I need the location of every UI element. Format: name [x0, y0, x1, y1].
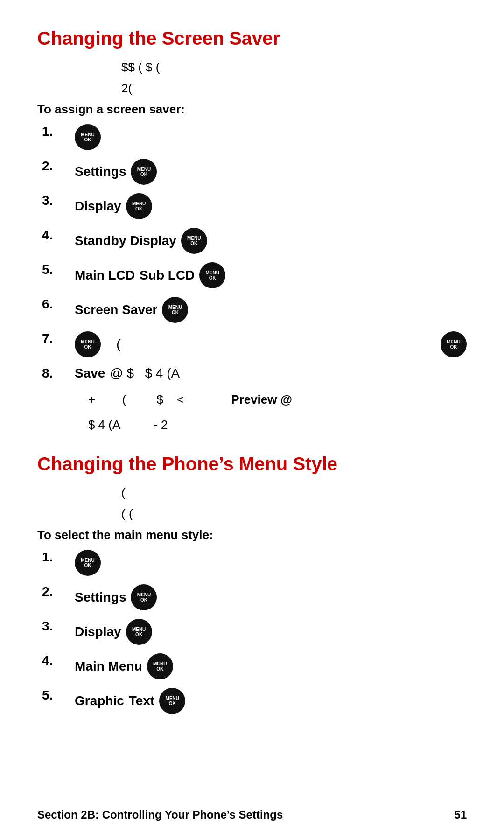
step-7-number: 7.: [37, 331, 75, 346]
step-3-content: Display MENU OK: [75, 193, 467, 219]
section2-subtitle2: ( (: [121, 505, 467, 523]
menu-ok-btn-2[interactable]: MENU OK: [131, 159, 157, 185]
menu-ok-btn-7a[interactable]: MENU OK: [75, 331, 101, 357]
step-8-text: @ $ $ 4 (A: [110, 366, 180, 381]
s2-step-2-number: 2.: [37, 584, 75, 599]
step-2-number: 2.: [37, 159, 75, 174]
step-1-number: 1.: [37, 124, 75, 139]
menu-ok-btn-3[interactable]: MENU OK: [126, 193, 152, 219]
step-5-label2: Sub LCD: [140, 268, 195, 283]
menu-ok-btn-6[interactable]: MENU OK: [162, 297, 188, 323]
s2-step-5-number: 5.: [37, 688, 75, 703]
footer-left: Section 2B: Controlling Your Phone’s Set…: [37, 808, 283, 821]
step-2-label: Settings: [75, 164, 126, 179]
s2-step-3-content: Display MENU OK: [75, 619, 467, 645]
section1-subtitle1: $$ ( $ (: [121, 58, 467, 77]
section2-instruction: To select the main menu style:: [37, 528, 467, 542]
footer-right: 51: [454, 808, 467, 821]
s2-step-5-content: Graphic Text MENU OK: [75, 688, 467, 714]
menu-ok-btn-s2-2[interactable]: MENU OK: [131, 584, 157, 610]
menu-ok-btn-7b[interactable]: MENU OK: [441, 331, 467, 357]
step-8: 8. Save @ $ $ 4 (A: [37, 366, 467, 381]
section1-instruction: To assign a screen saver:: [37, 102, 467, 117]
step-8-save: Save: [75, 366, 105, 381]
step-4-content: Standby Display MENU OK: [75, 228, 467, 254]
s2-step-4-number: 4.: [37, 653, 75, 668]
page-footer: Section 2B: Controlling Your Phone’s Set…: [37, 808, 467, 821]
step-7: 7. MENU OK ( MENU OK: [37, 331, 467, 357]
step-8-content: Save @ $ $ 4 (A: [75, 366, 467, 381]
menu-ok-btn-s2-1[interactable]: MENU OK: [75, 550, 101, 576]
s2-step-5-graphic: Graphic: [75, 693, 124, 708]
step-5-number: 5.: [37, 262, 75, 277]
step-6-label: Screen Saver: [75, 302, 157, 317]
section1-subtitle2: 2(: [121, 79, 467, 98]
menu-ok-btn-s2-5[interactable]: MENU OK: [159, 688, 185, 714]
menu-ok-btn-5[interactable]: MENU OK: [199, 262, 225, 288]
step-5: 5. Main LCD Sub LCD MENU OK: [37, 262, 467, 288]
menu-ok-btn-s2-4[interactable]: MENU OK: [147, 653, 173, 679]
s2-step-4-content: Main Menu MENU OK: [75, 653, 467, 679]
s2-step-2-label: Settings: [75, 590, 126, 605]
step8-note2: $ 4 (A - 2: [75, 414, 467, 435]
s2-step-5-text: Text: [129, 693, 155, 708]
s2-step-3-label: Display: [75, 624, 121, 639]
section1-title: Changing the Screen Saver: [37, 28, 467, 49]
step-1: 1. MENU OK: [37, 124, 467, 150]
step-2: 2. Settings MENU OK: [37, 159, 467, 185]
step-4-number: 4.: [37, 228, 75, 243]
page-content: Changing the Screen Saver $$ ( $ ( 2( To…: [0, 0, 504, 769]
section2-subtitle1: (: [121, 484, 467, 502]
s2-step-1: 1. MENU OK: [37, 550, 467, 576]
s2-step-1-content: MENU OK: [75, 550, 467, 576]
s2-step-4: 4. Main Menu MENU OK: [37, 653, 467, 679]
s2-step-3: 3. Display MENU OK: [37, 619, 467, 645]
step-4-label: Standby Display: [75, 233, 176, 248]
s2-step-2: 2. Settings MENU OK: [37, 584, 467, 610]
menu-ok-btn-1[interactable]: MENU OK: [75, 124, 101, 150]
s2-step-4-label: Main Menu: [75, 659, 142, 674]
step8-note1: + ( $ < Preview @: [75, 389, 467, 410]
section2-steps: 1. MENU OK 2. Settings MENU OK 3.: [37, 550, 467, 714]
step-1-content: MENU OK: [75, 124, 467, 150]
step-6-number: 6.: [37, 297, 75, 312]
step-3-label: Display: [75, 199, 121, 214]
step-5-label1: Main LCD: [75, 268, 135, 283]
s2-step-5: 5. Graphic Text MENU OK: [37, 688, 467, 714]
step-3: 3. Display MENU OK: [37, 193, 467, 219]
step-6-content: Screen Saver MENU OK: [75, 297, 467, 323]
step-7-content: MENU OK ( MENU OK: [75, 331, 467, 357]
step-6: 6. Screen Saver MENU OK: [37, 297, 467, 323]
step-2-content: Settings MENU OK: [75, 159, 467, 185]
s2-step-2-content: Settings MENU OK: [75, 584, 467, 610]
step-3-number: 3.: [37, 193, 75, 208]
section1-steps: 1. MENU OK 2. Settings MENU OK 3.: [37, 124, 467, 381]
step-8-number: 8.: [37, 366, 75, 381]
section2-title: Changing the Phone’s Menu Style: [37, 454, 467, 475]
step-5-content: Main LCD Sub LCD MENU OK: [75, 262, 467, 288]
step-4: 4. Standby Display MENU OK: [37, 228, 467, 254]
menu-ok-btn-s2-3[interactable]: MENU OK: [126, 619, 152, 645]
menu-ok-btn-4[interactable]: MENU OK: [181, 228, 207, 254]
step-7-text: (: [105, 337, 121, 352]
s2-step-3-number: 3.: [37, 619, 75, 634]
s2-step-1-number: 1.: [37, 550, 75, 565]
